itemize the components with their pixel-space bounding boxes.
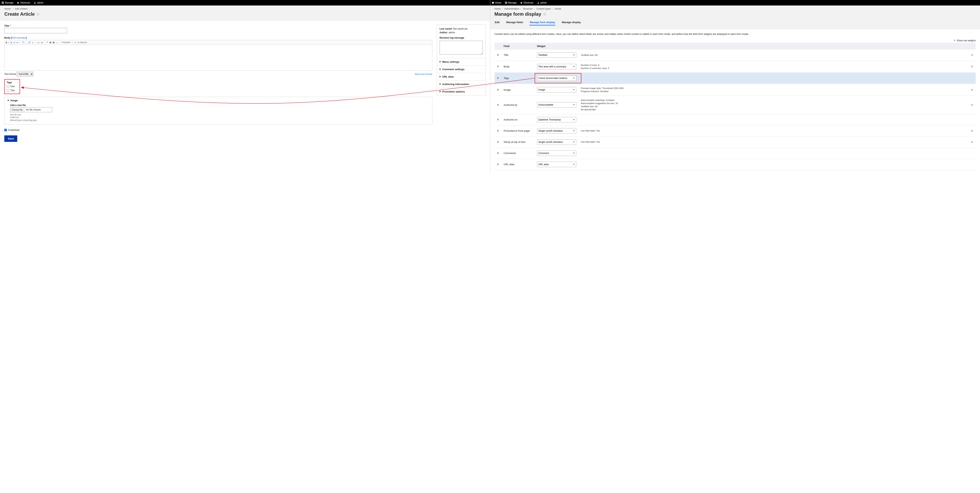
checkbox-checked-icon[interactable] [4, 129, 7, 131]
gear-icon[interactable]: ⚙ [971, 129, 973, 132]
drag-handle-icon[interactable]: ✥ [497, 163, 499, 166]
drag-handle-icon[interactable]: ✥ [497, 140, 499, 143]
form-display-table: Field Widget ✥TitleTextfieldTextfield si… [495, 43, 976, 170]
gear-icon[interactable]: ⚙ [971, 65, 973, 68]
crumb-r-1[interactable]: Administration [504, 8, 519, 10]
drag-handle-icon[interactable]: ✥ [497, 88, 499, 91]
acc-promotion-options[interactable]: Promotion options [437, 88, 485, 95]
tb-manage[interactable]: Manage [2, 2, 13, 4]
checkbox-icon[interactable] [7, 89, 9, 92]
title-label: Title * [4, 24, 433, 27]
widget-select[interactable]: URL alias [537, 162, 576, 167]
crumb-home[interactable]: Home [4, 8, 11, 10]
crumb-r-2[interactable]: Structure [523, 8, 533, 10]
save-button[interactable]: Save [4, 135, 17, 142]
crumb-r-0[interactable]: Home [495, 8, 501, 10]
favorite-star-icon[interactable]: ☆ [543, 12, 546, 16]
sidebar-column: Last saved: Not saved yet Author: admin … [437, 24, 486, 142]
published-row[interactable]: Published [4, 129, 433, 132]
bold-icon[interactable]: B [6, 41, 7, 44]
tb-manage-r[interactable]: Manage [505, 2, 517, 4]
crumb-addcontent[interactable]: Add content [15, 8, 27, 10]
image-icon[interactable]: ▣ [49, 41, 51, 44]
superscript-icon[interactable]: x² [13, 41, 15, 44]
tab-manage-fields[interactable]: Manage fields [506, 20, 523, 25]
show-row-weights[interactable]: Show row weights [495, 39, 976, 42]
acc-authoring-info[interactable]: Authoring information [437, 81, 485, 88]
link-icon[interactable]: 🔗 [28, 41, 31, 44]
tag-option-one[interactable]: One [7, 85, 18, 88]
file-input[interactable]: Choose file No file chosen [10, 107, 52, 112]
edit-summary-link[interactable]: Edit summary [11, 37, 26, 39]
bullet-list-icon[interactable]: •≡ [37, 41, 39, 44]
number-list-icon[interactable]: 1≡ [41, 41, 43, 44]
widget-select[interactable]: Text area with a summary [537, 64, 576, 69]
widget-select[interactable]: Image [537, 87, 576, 92]
widget-select[interactable]: Single on/off checkbox [537, 139, 576, 145]
tb-shortcuts-r[interactable]: Shortcuts [520, 2, 533, 4]
editor-textarea[interactable] [5, 45, 432, 70]
media-icon[interactable]: ▭ [74, 41, 76, 44]
widget-select[interactable]: Comment [537, 151, 576, 156]
tag-option-two[interactable]: Two [7, 89, 18, 92]
favorite-star-icon[interactable]: ☆ [36, 12, 40, 16]
gear-icon[interactable]: ⚙ [971, 88, 973, 91]
tab-manage-display[interactable]: Manage display [562, 20, 581, 25]
drag-handle-icon[interactable]: ✥ [497, 65, 499, 68]
title-input[interactable] [4, 28, 67, 33]
table-icon[interactable]: ▦ [53, 41, 55, 44]
crumb-r-4[interactable]: Article [555, 8, 561, 10]
strike-icon[interactable]: S [11, 41, 12, 44]
tb-user-label: admin [37, 2, 43, 4]
subscript-icon[interactable]: x₂ [17, 41, 19, 44]
quote-icon[interactable]: ❝ [47, 41, 48, 44]
acc-comment-settings[interactable]: Comment settings [437, 66, 485, 73]
chevron-right-icon [440, 76, 441, 78]
field-label: URL alias [501, 159, 535, 170]
drag-handle-icon[interactable]: ✥ [497, 152, 499, 154]
tb-home[interactable]: Home [492, 2, 501, 4]
tb-shortcuts-label-r: Shortcuts [523, 2, 533, 4]
svg-rect-0 [2, 2, 4, 2]
hr-icon[interactable]: — [56, 41, 58, 44]
tb-shortcuts[interactable]: Shortcuts [17, 2, 30, 4]
acc-url-alias[interactable]: URL alias [437, 73, 485, 81]
italic-icon[interactable]: I [9, 41, 9, 44]
svg-rect-2 [2, 3, 4, 4]
tab-manage-form-display[interactable]: Manage form display [530, 20, 555, 25]
unlink-icon[interactable]: ⎋ [32, 41, 33, 44]
crumb-r-3[interactable]: Content types [536, 8, 551, 10]
clearformat-icon[interactable]: Tx [22, 41, 24, 44]
drag-handle-icon[interactable]: ✥ [497, 54, 499, 56]
revlog-textarea[interactable] [440, 41, 483, 54]
chevron-right-icon [440, 68, 441, 70]
widget-select[interactable]: Datetime Timestamp [537, 117, 576, 122]
drag-handle-icon[interactable]: ✥ [497, 118, 499, 121]
drag-handle-icon[interactable]: ✥ [497, 129, 499, 132]
widget-select[interactable]: Check boxes/radio buttons [537, 75, 576, 81]
gear-icon[interactable]: ⚙ [971, 103, 973, 107]
page-title-text: Create Article [4, 11, 35, 17]
tb-manage-label-r: Manage [508, 2, 517, 4]
tab-edit[interactable]: Edit [495, 20, 500, 25]
choose-file-button[interactable]: Choose file [10, 107, 24, 112]
image-panel-head[interactable]: Image [7, 99, 430, 102]
format-dropdown[interactable]: Format ▾ [62, 41, 70, 44]
checkbox-icon[interactable] [7, 85, 9, 88]
gear-icon[interactable]: ⚙ [971, 140, 973, 143]
source-button[interactable]: ◎ Source [78, 41, 87, 44]
drag-handle-icon[interactable]: ✥ [497, 76, 499, 80]
right-pane: Home Manage Shortcuts admin Home› Admini… [490, 0, 980, 173]
widget-select[interactable]: Single on/off checkbox [537, 128, 576, 134]
tb-user-r[interactable]: admin [537, 2, 547, 4]
tb-user[interactable]: admin [34, 2, 43, 4]
drag-handle-icon[interactable]: ✥ [497, 103, 499, 107]
about-formats-link[interactable]: About text formats [415, 73, 432, 75]
meta-info: Last saved: Not saved yet Author: admin … [437, 25, 485, 58]
widget-select[interactable]: Autocomplete [537, 102, 576, 108]
textformat-select[interactable]: Full HTML [17, 72, 33, 76]
widget-select[interactable]: Textfield [537, 52, 576, 58]
gear-icon[interactable]: ⚙ [971, 54, 973, 56]
acc-menu-settings[interactable]: Menu settings [437, 58, 485, 66]
breadcrumb-right: Home› Administration› Structure› Content… [495, 8, 976, 10]
